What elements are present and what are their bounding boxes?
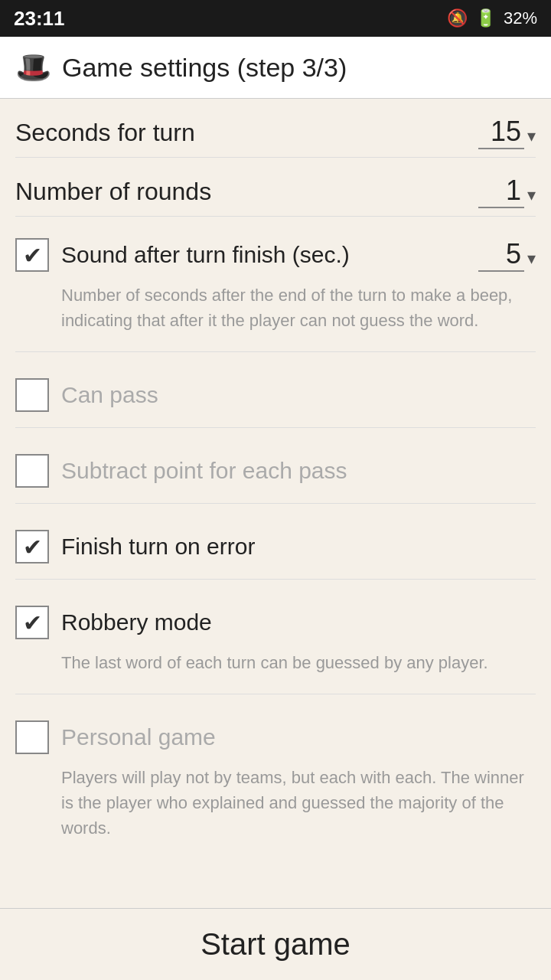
page-title: Game settings (step 3/3) [62, 53, 347, 83]
finish-turn-checkbox[interactable]: ✔ [15, 530, 49, 564]
sound-checkbox-left: ✔ Sound after turn finish (sec.) [15, 238, 350, 272]
robbery-mode-checkmark: ✔ [23, 609, 42, 636]
personal-game-label: Personal game [61, 724, 216, 750]
finish-turn-section: ✔ Finish turn on error [15, 508, 536, 574]
robbery-mode-label: Robbery mode [61, 609, 212, 635]
subtract-point-row[interactable]: ✔ Subtract point for each pass [15, 446, 536, 495]
robbery-mode-description: The last word of each turn can be guesse… [15, 647, 536, 686]
mute-icon: 🔕 [447, 8, 468, 28]
sound-checkmark: ✔ [23, 242, 42, 269]
subtract-point-label: Subtract point for each pass [61, 458, 347, 484]
subtract-point-checkbox[interactable]: ✔ [15, 454, 49, 488]
battery-icon: 🔋 [475, 8, 496, 28]
robbery-mode-section: ✔ Robbery mode The last word of each tur… [15, 584, 536, 689]
header-icon: 🎩 [15, 51, 51, 84]
sound-value-wrap[interactable]: 5 ▾ [478, 238, 536, 272]
rounds-dropdown-arrow: ▾ [527, 185, 536, 205]
status-time: 23:11 [14, 7, 65, 31]
divider-1 [15, 351, 536, 352]
seconds-value-wrap[interactable]: 15 ▾ [478, 116, 536, 149]
personal-game-description: Players will play not by teams, but each… [15, 762, 536, 851]
sound-label: Sound after turn finish (sec.) [61, 242, 350, 268]
rounds-setting-row: Number of rounds 1 ▾ [15, 158, 536, 217]
personal-game-row[interactable]: ✔ Personal game [15, 713, 536, 762]
finish-turn-row[interactable]: ✔ Finish turn on error [15, 522, 536, 571]
can-pass-section: ✔ Can pass [15, 357, 536, 423]
divider-2 [15, 427, 536, 428]
divider-5 [15, 694, 536, 694]
sound-description: Number of seconds after the end of the t… [15, 279, 536, 344]
seconds-dropdown-arrow: ▾ [527, 126, 536, 146]
divider-4 [15, 579, 536, 580]
seconds-label: Seconds for turn [15, 119, 195, 147]
sound-value[interactable]: 5 [478, 238, 524, 272]
robbery-mode-row[interactable]: ✔ Robbery mode [15, 598, 536, 647]
rounds-value[interactable]: 1 [478, 175, 524, 208]
sound-row[interactable]: ✔ Sound after turn finish (sec.) 5 ▾ [15, 230, 536, 279]
personal-game-section: ✔ Personal game Players will play not by… [15, 699, 536, 854]
can-pass-checkbox[interactable]: ✔ [15, 378, 49, 412]
rounds-label: Number of rounds [15, 178, 211, 206]
status-bar: 23:11 🔕 🔋 32% [0, 0, 551, 37]
start-game-button[interactable]: Start game [201, 927, 350, 962]
finish-turn-label: Finish turn on error [61, 534, 255, 560]
battery-percent: 32% [504, 8, 537, 28]
can-pass-label: Can pass [61, 382, 158, 408]
main-content: Seconds for turn 15 ▾ Number of rounds 1… [0, 99, 551, 908]
sound-checkbox[interactable]: ✔ [15, 238, 49, 272]
page-header: 🎩 Game settings (step 3/3) [0, 37, 551, 99]
personal-game-checkbox[interactable]: ✔ [15, 720, 49, 754]
status-icons: 🔕 🔋 32% [447, 8, 537, 28]
sound-section: ✔ Sound after turn finish (sec.) 5 ▾ Num… [15, 217, 536, 347]
can-pass-row[interactable]: ✔ Can pass [15, 371, 536, 420]
sound-dropdown-arrow: ▾ [527, 249, 536, 269]
rounds-value-wrap[interactable]: 1 ▾ [478, 175, 536, 208]
subtract-point-section: ✔ Subtract point for each pass [15, 433, 536, 498]
robbery-mode-checkbox[interactable]: ✔ [15, 606, 49, 639]
seconds-value[interactable]: 15 [478, 116, 524, 149]
footer: Start game [0, 908, 551, 980]
seconds-setting-row: Seconds for turn 15 ▾ [15, 99, 536, 158]
finish-turn-checkmark: ✔ [23, 534, 42, 560]
divider-3 [15, 503, 536, 504]
